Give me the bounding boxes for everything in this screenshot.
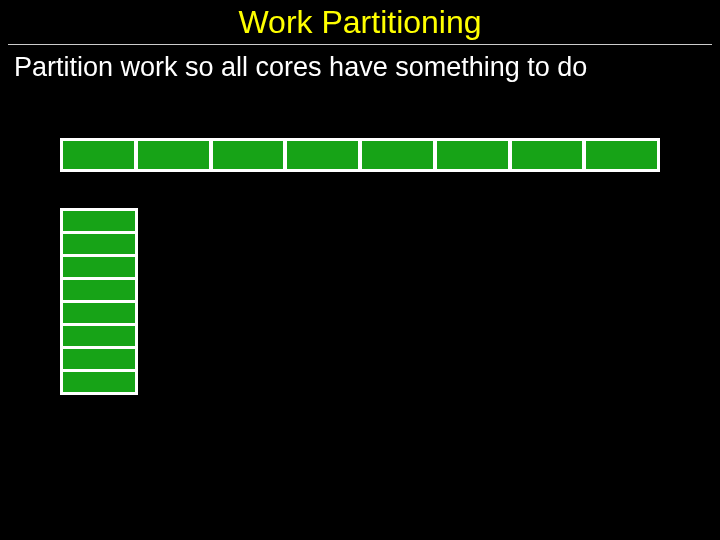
- title-area: Work Partitioning: [0, 4, 720, 41]
- horizontal-partition-cell: [437, 141, 508, 169]
- vertical-partition-cell: [63, 349, 135, 369]
- vertical-partition-cell: [63, 372, 135, 392]
- horizontal-partition-cell: [287, 141, 358, 169]
- vertical-partition-cell: [63, 326, 135, 346]
- vertical-partition-cell: [63, 303, 135, 323]
- vertical-partition-cell: [63, 234, 135, 254]
- vertical-partition-cell: [63, 257, 135, 277]
- slide-subtitle: Partition work so all cores have somethi…: [14, 52, 587, 83]
- horizontal-partition-cell: [362, 141, 433, 169]
- horizontal-partition-cell: [138, 141, 209, 169]
- vertical-partition-cell: [63, 280, 135, 300]
- horizontal-partition-row: [60, 138, 660, 172]
- horizontal-partition-cell: [586, 141, 657, 169]
- vertical-partition-cell: [63, 211, 135, 231]
- title-underline: [8, 44, 712, 45]
- horizontal-partition-cell: [213, 141, 284, 169]
- horizontal-partition-cell: [512, 141, 583, 169]
- horizontal-partition-cell: [63, 141, 134, 169]
- slide-title: Work Partitioning: [0, 4, 720, 41]
- vertical-partition-column: [60, 208, 138, 395]
- slide: Work Partitioning Partition work so all …: [0, 0, 720, 540]
